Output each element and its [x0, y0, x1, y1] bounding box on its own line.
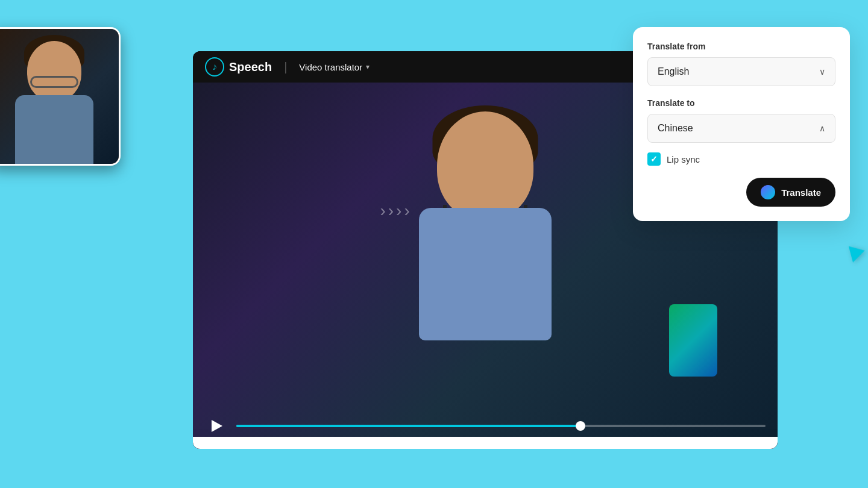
transition-arrows: › › › ›	[380, 201, 409, 221]
translate-button[interactable]: Translate	[746, 178, 835, 207]
main-container: ♪ Speech | Video translator ▾	[90, 39, 778, 449]
chevron-right-icon-3: ›	[396, 201, 401, 221]
audio-bg-card	[193, 437, 778, 449]
person-head	[437, 111, 533, 220]
thumb-head	[27, 41, 81, 101]
translate-to-label: Translate to	[647, 98, 835, 108]
translation-panel: Translate from English ∨ Translate to Ch…	[633, 27, 850, 221]
chevron-right-icon-2: ›	[388, 201, 394, 221]
lip-sync-row: ✓ Lip sync	[647, 152, 835, 166]
translate-btn-label: Translate	[781, 187, 821, 198]
play-button[interactable]	[205, 415, 227, 437]
bg-rgb-light	[669, 304, 717, 377]
translate-btn-icon	[761, 185, 775, 199]
chevron-right-icon-4: ›	[404, 201, 409, 221]
progress-bar[interactable]	[236, 425, 766, 427]
thumbnail-overlay	[0, 27, 121, 166]
play-icon	[212, 420, 222, 432]
chevron-down-icon: ∨	[819, 67, 825, 77]
person-figure	[371, 111, 600, 401]
translate-from-label: Translate from	[647, 42, 835, 51]
nav-video-translator[interactable]: Video translator ▾	[299, 62, 370, 72]
checkmark-icon: ✓	[650, 154, 658, 164]
progress-thumb[interactable]	[576, 421, 585, 431]
logo-text: Speech	[229, 60, 272, 74]
thumb-glasses	[30, 76, 78, 88]
logo-area: ♪ Speech	[205, 57, 272, 77]
chevron-up-icon: ∧	[819, 124, 825, 133]
lip-sync-checkbox[interactable]: ✓	[647, 152, 661, 166]
divider: |	[284, 60, 287, 74]
logo-icon: ♪	[205, 57, 224, 77]
translate-from-select[interactable]: English ∨	[647, 57, 835, 86]
nav-chevron-icon: ▾	[366, 63, 370, 71]
lip-sync-label: Lip sync	[667, 154, 700, 164]
chevron-right-icon: ›	[380, 201, 385, 221]
nav-label: Video translator	[299, 62, 362, 72]
cursor-arrow-icon	[849, 242, 867, 262]
thumb-body	[15, 95, 93, 166]
video-controls	[205, 415, 766, 437]
thumbnail-bg	[0, 29, 119, 164]
translate-to-value: Chinese	[658, 123, 693, 134]
translate-to-select[interactable]: Chinese ∧	[647, 114, 835, 143]
person-body	[419, 208, 552, 340]
progress-fill	[236, 425, 580, 427]
translate-from-value: English	[658, 66, 689, 77]
